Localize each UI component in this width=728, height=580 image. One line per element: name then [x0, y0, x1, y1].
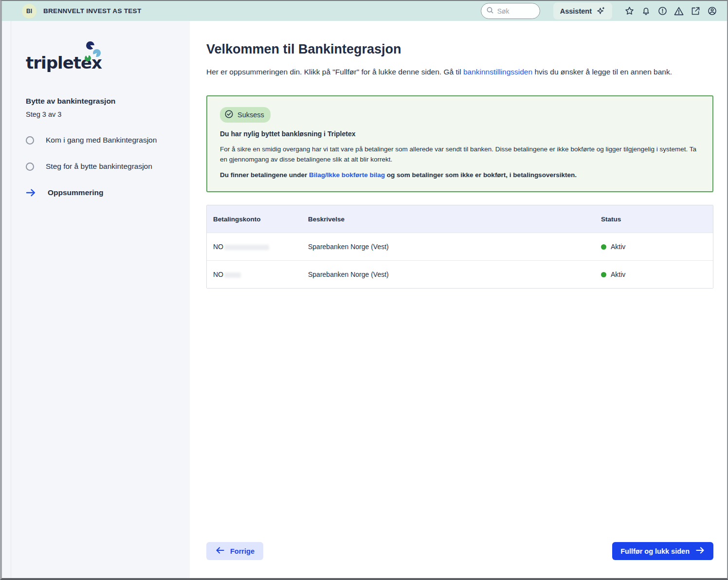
logo-dot-navy-icon [86, 41, 94, 50]
finish-button[interactable]: Fullfør og lukk siden [612, 542, 713, 560]
alert-circle-icon[interactable] [654, 3, 671, 19]
description-cell: Sparebanken Norge (Vest) [308, 243, 601, 251]
status-cell: Aktiv [601, 271, 713, 278]
previous-button[interactable]: Forrige [206, 542, 263, 560]
intro-before-link: Her er oppsummeringen din. Klikk på "Ful… [206, 68, 463, 76]
success-footer-before-link: Du finner betalingene under [220, 171, 309, 179]
arrow-left-icon [215, 546, 225, 556]
wizard-step-counter: Steg 3 av 3 [26, 110, 175, 118]
logo-dot-blue-icon [93, 49, 101, 57]
warning-triangle-icon[interactable] [671, 3, 687, 19]
step-label: Oppsummering [48, 188, 104, 197]
success-footer: Du finner betalingene under Bilag/Ikke b… [220, 171, 700, 179]
external-link-icon[interactable] [687, 3, 704, 19]
favorite-star-icon[interactable] [621, 3, 637, 19]
bank-settings-link[interactable]: bankinnstillingssiden [463, 68, 532, 76]
success-badge: Suksess [220, 107, 271, 123]
step-label: Steg for å bytte bankintegrasjon [46, 162, 152, 171]
step-label: Kom i gang med Bankintegrasjon [46, 136, 157, 145]
table-row: NO Sparebanken Norge (Vest) Aktiv [207, 260, 713, 288]
status-label: Aktiv [611, 243, 625, 251]
top-bar: BI BRENNVELT INVEST AS TEST Assistent [2, 1, 727, 21]
redacted-account-blur [224, 245, 269, 250]
assistant-label: Assistent [560, 7, 592, 15]
redacted-account-blur [224, 272, 241, 278]
search-box[interactable] [481, 3, 540, 19]
page-body: tripletex Bytte av bankintegrasjon Steg … [2, 21, 727, 578]
step-bytte-bankintegrasjon[interactable]: Steg for å bytte bankintegrasjon [26, 162, 175, 171]
assistant-button[interactable]: Assistent [553, 2, 612, 19]
success-badge-label: Suksess [237, 111, 264, 119]
success-body: For å sikre en smidig overgang har vi ta… [220, 144, 700, 164]
table-row: NO Sparebanken Norge (Vest) Aktiv [207, 233, 713, 260]
arrow-right-icon [695, 546, 705, 556]
status-cell: Aktiv [601, 243, 713, 251]
table-header-row: Betalingskonto Beskrivelse Status [207, 205, 713, 233]
step-circle-icon [26, 163, 34, 171]
check-circle-icon [224, 109, 234, 120]
previous-button-label: Forrige [230, 547, 255, 555]
account-number: NO [213, 243, 223, 251]
wizard-sidebar: tripletex Bytte av bankintegrasjon Steg … [2, 21, 190, 578]
header-beskrivelse: Beskrivelse [308, 216, 601, 223]
success-footer-after-link: og som betalinger som ikke er bokført, i… [385, 171, 577, 179]
app-window: BI BRENNVELT INVEST AS TEST Assistent [0, 0, 728, 580]
wizard-steps: Kom i gang med Bankintegrasjon Steg for … [26, 136, 175, 197]
wizard-title: Bytte av bankintegrasjon [26, 97, 175, 106]
finish-button-label: Fullfør og lukk siden [620, 547, 690, 555]
account-number: NO [213, 271, 223, 278]
status-active-dot-icon [601, 244, 606, 250]
company-avatar[interactable]: BI [22, 4, 36, 18]
main-content: Velkommen til Bankintegrasjon Her er opp… [190, 21, 727, 578]
step-kom-i-gang[interactable]: Kom i gang med Bankintegrasjon [26, 136, 175, 145]
unposted-vouchers-link[interactable]: Bilag/Ikke bokførte bilag [309, 171, 385, 179]
company-name: BRENNVELT INVEST AS TEST [43, 7, 141, 15]
step-oppsummering[interactable]: Oppsummering [26, 188, 175, 197]
intro-text: Her er oppsummeringen din. Klikk på "Ful… [206, 67, 713, 77]
sidebar-edge-divider [11, 21, 11, 578]
step-circle-icon [26, 136, 34, 145]
intro-after-link: hvis du ønsker å legge til en annen bank… [532, 68, 672, 76]
current-step-arrow-icon [26, 188, 36, 197]
page-title: Velkommen til Bankintegrasjon [206, 42, 713, 57]
account-cell: NO [207, 243, 308, 251]
profile-icon[interactable] [704, 3, 720, 19]
sparkle-icon [596, 6, 605, 17]
header-betalingskonto: Betalingskonto [207, 216, 308, 223]
tripletex-logo: tripletex [26, 41, 175, 79]
notifications-bell-icon[interactable] [637, 3, 654, 19]
success-alert: Suksess Du har nylig byttet bankløsning … [206, 95, 713, 192]
success-heading: Du har nylig byttet bankløsning i Triple… [220, 130, 700, 138]
search-icon [486, 6, 494, 16]
wizard-footer: Forrige Fullfør og lukk siden [206, 542, 713, 578]
status-active-dot-icon [601, 272, 606, 277]
payment-accounts-table: Betalingskonto Beskrivelse Status NO Spa… [206, 205, 713, 289]
search-input[interactable] [497, 7, 536, 15]
account-cell: NO [207, 271, 308, 278]
status-label: Aktiv [611, 271, 625, 278]
header-status: Status [601, 216, 713, 223]
description-cell: Sparebanken Norge (Vest) [308, 271, 601, 278]
logo-dot-green-icon [85, 55, 91, 61]
